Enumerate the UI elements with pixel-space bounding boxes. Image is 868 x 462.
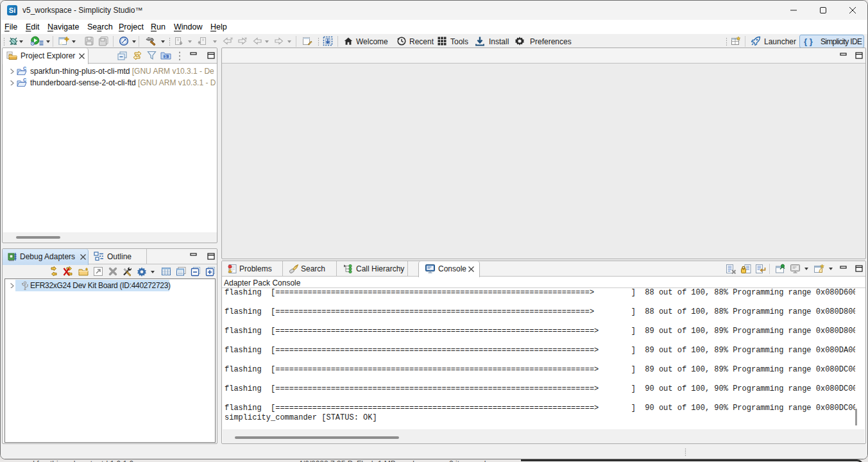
svg-text:C: C — [23, 78, 26, 82]
svg-text:Si: Si — [164, 55, 167, 58]
svg-text:C: C — [23, 66, 26, 71]
